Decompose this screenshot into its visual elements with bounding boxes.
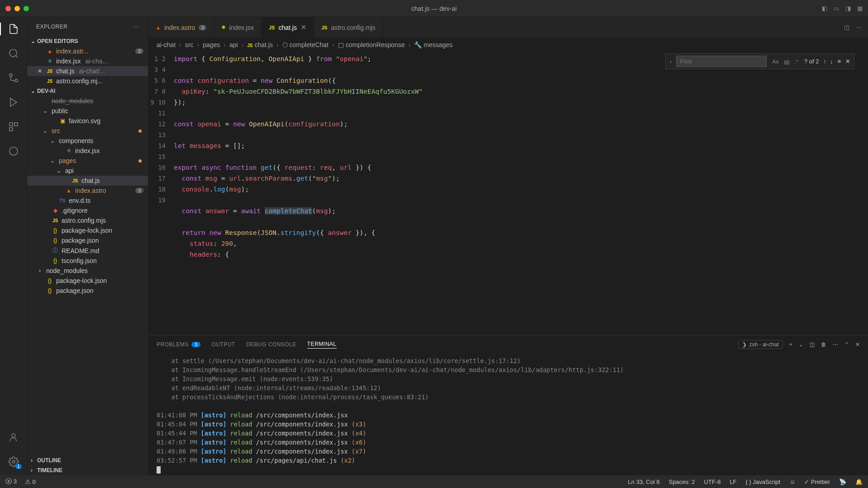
new-terminal-icon[interactable]: +	[789, 341, 792, 348]
tree-item[interactable]: ⓘREADME.md	[27, 245, 148, 256]
tree-item[interactable]: {}package.json	[27, 235, 148, 245]
find-next-icon[interactable]: ↓	[830, 58, 833, 65]
scm-activity[interactable]	[7, 72, 20, 84]
maximize-panel-icon[interactable]: ⌃	[844, 341, 849, 348]
terminal-icon: ❯	[742, 341, 747, 348]
output-tab[interactable]: OUTPUT	[211, 341, 235, 348]
panel-bottom-icon[interactable]: ▭	[834, 5, 839, 12]
open-editor-item[interactable]: JSastro.config.mj...	[27, 76, 148, 86]
status-eol[interactable]: LF	[730, 478, 736, 485]
problems-tab[interactable]: PROBLEMS 3	[157, 341, 200, 348]
svg-point-1	[15, 79, 18, 82]
close-window-button[interactable]	[5, 6, 11, 11]
find-toggle-replace-icon[interactable]: ›	[669, 58, 671, 65]
timeline-header[interactable]: ›TIMELINE	[27, 465, 148, 475]
debug-activity[interactable]	[7, 96, 20, 109]
more-actions-icon[interactable]: ⋯	[856, 24, 862, 31]
open-editors-header[interactable]: ⌄OPEN EDITORS	[27, 36, 148, 46]
panel-right-icon[interactable]: ◨	[845, 5, 851, 12]
editor-tab[interactable]: JSchat.js✕	[262, 17, 314, 38]
outline-header[interactable]: ›OUTLINE	[27, 455, 148, 465]
debug-console-tab[interactable]: DEBUG CONSOLE	[246, 341, 296, 348]
tree-item[interactable]: {}tsconfig.json	[27, 256, 148, 266]
tree-item[interactable]: JSastro.config.mjs	[27, 215, 148, 225]
tree-item[interactable]: node_modules	[27, 96, 148, 106]
breadcrumb-item[interactable]: api	[229, 41, 238, 48]
breadcrumb-item[interactable]: 🔧messages	[414, 41, 453, 48]
breadcrumb-item[interactable]: ⬡completeChat	[282, 41, 329, 48]
editor-tab[interactable]: ▲index.astro3	[148, 17, 214, 38]
kill-terminal-icon[interactable]: 🗑	[821, 341, 826, 348]
open-editor-item[interactable]: ▲index.astr...3	[27, 46, 148, 56]
split-editor-icon[interactable]: ◫	[844, 24, 849, 31]
layout-grid-icon[interactable]: ▦	[857, 5, 863, 12]
terminal-tab[interactable]: TERMINAL	[307, 341, 337, 349]
tree-item[interactable]: ◆.gitignore	[27, 206, 148, 215]
terminal-selector[interactable]: ❯ zsh - ai-chat	[738, 340, 783, 349]
terminal-dropdown-icon[interactable]: ⌄	[799, 341, 803, 348]
tree-item[interactable]: {}package-lock.json	[27, 225, 148, 235]
split-terminal-icon[interactable]: ◫	[810, 341, 815, 348]
regex-icon[interactable]: .*	[794, 58, 800, 65]
close-icon[interactable]: ✕	[36, 68, 43, 74]
find-close-icon[interactable]: ✕	[845, 58, 850, 65]
find-input[interactable]	[676, 56, 767, 67]
match-case-icon[interactable]: Aa	[771, 58, 780, 65]
tree-item[interactable]: ⌄api	[27, 166, 148, 176]
code-editor[interactable]: import { Configuration, OpenAIApi } from…	[174, 52, 868, 335]
account-activity[interactable]	[7, 431, 20, 444]
more-terminal-icon[interactable]: ⋯	[833, 341, 838, 348]
terminal-output[interactable]: at settle (/Users/stephan/Documents/dev-…	[148, 354, 868, 475]
find-selection-icon[interactable]: ≡	[837, 58, 841, 65]
tree-item[interactable]: ⌄src	[27, 126, 148, 136]
tree-item[interactable]: TSenv.d.ts	[27, 196, 148, 206]
extensions-activity[interactable]	[7, 120, 20, 133]
tree-item[interactable]: ⌄pages	[27, 156, 148, 166]
status-language[interactable]: { } JavaScript	[746, 478, 781, 485]
status-prettier[interactable]: ✓ Prettier	[804, 478, 830, 485]
tree-item[interactable]: ⌄public	[27, 106, 148, 116]
find-prev-icon[interactable]: ↑	[823, 58, 826, 65]
status-broadcast-icon[interactable]: 📡	[839, 478, 846, 485]
breadcrumb-item[interactable]: ai-chat	[157, 41, 176, 48]
tree-item[interactable]: ⌄components	[27, 136, 148, 146]
tree-item[interactable]: ⚛index.jsx	[27, 146, 148, 156]
breadcrumb[interactable]: ai-chat›src›pages›api›JSchat.js›⬡complet…	[148, 38, 868, 52]
tree-item[interactable]: {}package-lock.json	[27, 276, 148, 286]
open-editor-item[interactable]: ✕JSchat.jsai-chat/...	[27, 66, 148, 76]
breadcrumb-item[interactable]: src	[185, 41, 194, 48]
breadcrumb-item[interactable]: ▢completionResponse	[338, 41, 405, 48]
status-feedback-icon[interactable]: ☺	[789, 478, 795, 485]
explorer-activity[interactable]	[7, 23, 20, 35]
status-encoding[interactable]: UTF-8	[704, 478, 721, 485]
tree-item[interactable]: ›node_modules	[27, 266, 148, 276]
search-activity[interactable]	[7, 47, 20, 60]
minimize-window-button[interactable]	[14, 6, 20, 11]
close-panel-icon[interactable]: ✕	[855, 341, 860, 348]
window-title: chat.js — dev-ai	[411, 5, 457, 12]
breadcrumb-item[interactable]: JSchat.js	[247, 41, 273, 48]
tree-item[interactable]: ▣favicon.svg	[27, 116, 148, 126]
tree-item[interactable]: {}package.json	[27, 286, 148, 296]
panel-toggle-icon[interactable]: ◧	[822, 5, 827, 12]
status-bell-icon[interactable]: 🔔	[855, 478, 863, 485]
match-word-icon[interactable]: ab	[782, 58, 791, 65]
project-header[interactable]: ⌄DEV-AI	[27, 86, 148, 96]
tree-item[interactable]: JSchat.js	[27, 176, 148, 186]
breadcrumb-item[interactable]: pages	[203, 41, 220, 48]
editor-tab[interactable]: JSastro.config.mjs	[314, 17, 383, 38]
maximize-window-button[interactable]	[24, 6, 29, 11]
sidebar-more-icon[interactable]: ⋯	[134, 24, 139, 30]
open-editor-item[interactable]: ⚛index.jsxai-cha...	[27, 56, 148, 66]
status-warnings[interactable]: ⚠ 0	[25, 478, 36, 485]
tree-item[interactable]: ▲index.astro3	[27, 186, 148, 196]
settings-activity[interactable]: 1	[7, 455, 20, 468]
status-lncol[interactable]: Ln 33, Col 6	[628, 478, 660, 485]
editor-tab[interactable]: ⚛index.jsx	[214, 17, 262, 38]
settings-badge: 1	[15, 464, 22, 469]
edge-activity[interactable]	[7, 145, 20, 158]
status-spaces[interactable]: Spaces: 2	[669, 478, 695, 485]
close-tab-icon[interactable]: ✕	[300, 23, 306, 32]
status-errors[interactable]: ⓧ 3	[5, 478, 17, 486]
problems-badge: 3	[191, 342, 201, 347]
